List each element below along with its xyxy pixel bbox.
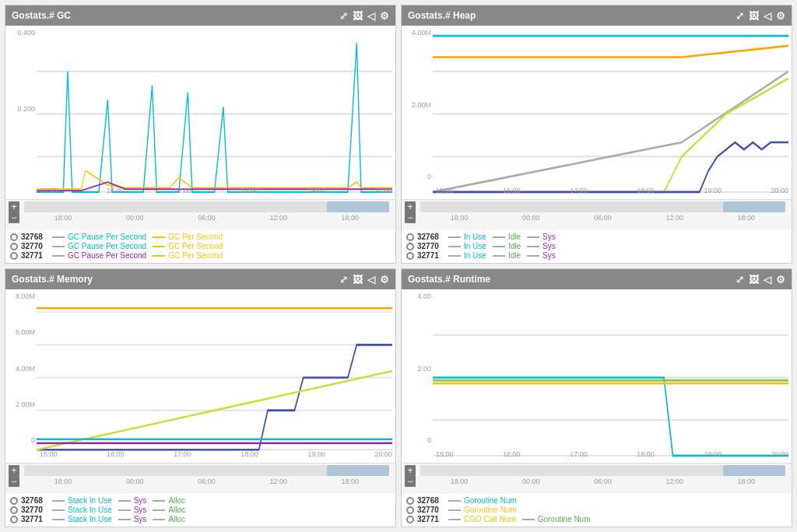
- gc-legend-row-2: 32771 GC Pause Per Second GC Per Second: [10, 251, 391, 260]
- memory-dash-1a: [52, 509, 65, 511]
- memory-dash-0a: [52, 500, 65, 502]
- gc-zoom-in[interactable]: +: [9, 201, 19, 212]
- runtime-timeline: + − 18:0000:0006:0012:0018:00: [402, 463, 792, 492]
- memory-y-4: 2.00M: [7, 401, 35, 408]
- heap-dash-1b: [493, 246, 505, 247]
- runtime-x-labels: 15:0016:0017:0018:0019:0020:00: [433, 450, 792, 463]
- runtime-settings-icon[interactable]: ⚙: [776, 274, 785, 285]
- heap-dash-2b: [493, 255, 505, 257]
- runtime-chart-svg: [433, 292, 788, 463]
- runtime-dash-2b: [522, 519, 535, 520]
- gc-expand-icon[interactable]: ⤢: [339, 10, 348, 22]
- gc-timeline-handle[interactable]: [327, 201, 389, 212]
- heap-dash-0c: [527, 236, 539, 238]
- runtime-camera-icon[interactable]: 🖼: [749, 274, 759, 285]
- memory-y-5: 0: [7, 436, 35, 444]
- gc-chart-area: 0.400 0.200 15:0016:0017:0018:0019:0020:…: [5, 26, 395, 199]
- heap-dash-0b: [493, 236, 505, 238]
- runtime-expand-icon[interactable]: ⤢: [736, 274, 744, 285]
- gc-y-labels: 0.400 0.200: [5, 26, 37, 184]
- gc-settings-icon[interactable]: ⚙: [380, 10, 389, 22]
- memory-x-labels: 15:0016:0017:0018:0019:0020:00: [37, 450, 395, 463]
- heap-panel-title: Gostats.# Heap: [408, 10, 736, 21]
- memory-zoom-in[interactable]: +: [9, 465, 19, 476]
- memory-settings-icon[interactable]: ⚙: [380, 274, 389, 285]
- heap-legend-row-2: 32771 In Use Idle Sys: [406, 251, 787, 260]
- runtime-legend: 32768 Goroutine Num 32770 Goroutine Num …: [402, 492, 792, 527]
- heap-legend-row-1: 32770 In Use Idle Sys: [406, 242, 787, 250]
- heap-settings-icon[interactable]: ⚙: [776, 10, 785, 22]
- gc-panel-header: Gostats.# GC ⤢ 🖼 ◁ ⚙: [5, 5, 395, 26]
- gc-dash-1b: [153, 246, 165, 247]
- memory-dash-2a: [52, 519, 65, 520]
- memory-legend-circle-0: [10, 497, 18, 505]
- gc-panel-actions: ⤢ 🖼 ◁ ⚙: [339, 10, 389, 22]
- memory-y-3: 4.00M: [7, 365, 35, 373]
- gc-dash-1a: [52, 246, 65, 247]
- gc-dash-2b: [153, 255, 165, 257]
- gc-zoom-out[interactable]: −: [9, 212, 19, 223]
- heap-timeline-controls2: − 18:0000:0006:0012:0018:00: [402, 212, 792, 223]
- heap-y-bot: 0: [403, 173, 431, 180]
- memory-share-icon[interactable]: ◁: [367, 274, 375, 285]
- gc-timeline-controls2: − 18:0000:0006:0012:0018:00: [5, 212, 395, 223]
- runtime-legend-row-2: 32771 CGO Call Num Goroutine Num: [406, 515, 787, 523]
- gc-legend-row-1: 32770 GC Pause Per Second GC Per Second: [10, 242, 391, 250]
- gc-timeline-track[interactable]: [24, 201, 389, 212]
- runtime-panel-actions: ⤢ 🖼 ◁ ⚙: [736, 274, 785, 285]
- memory-panel-title: Gostats.# Memory: [12, 274, 339, 285]
- gc-legend: 32768 GC Pause Per Second GC Per Second …: [5, 229, 395, 263]
- runtime-timeline-track[interactable]: [420, 465, 785, 476]
- heap-x-labels: 15:0016:0017:0018:0019:0020:00: [433, 187, 792, 199]
- gc-timeline-xlabels: 18:0000:0006:0012:0018:00: [21, 214, 392, 222]
- gc-panel: Gostats.# GC ⤢ 🖼 ◁ ⚙ 0.400 0.200: [5, 5, 396, 264]
- heap-zoom-out[interactable]: −: [405, 212, 416, 223]
- gc-timeline-controls: +: [5, 201, 395, 212]
- runtime-share-icon[interactable]: ◁: [764, 274, 771, 285]
- memory-panel-actions: ⤢ 🖼 ◁ ⚙: [339, 274, 389, 285]
- heap-timeline-xlabels: 18:0000:0006:0012:0018:00: [417, 214, 788, 222]
- memory-camera-icon[interactable]: 🖼: [353, 274, 363, 285]
- heap-chart-area: 4.00M 2.00M 0 15:0016:: [402, 26, 792, 199]
- gc-dash-0a: [52, 236, 65, 238]
- heap-legend-circle-2: [406, 252, 414, 260]
- memory-dash-0b: [118, 500, 131, 502]
- memory-y-labels: 8.00M 6.00M 4.00M 2.00M 0: [5, 289, 37, 447]
- runtime-zoom-in[interactable]: +: [405, 465, 416, 476]
- runtime-dash-2a: [448, 519, 461, 520]
- gc-camera-icon[interactable]: 🖼: [353, 10, 363, 22]
- memory-zoom-out[interactable]: −: [9, 476, 19, 487]
- heap-legend-circle-0: [406, 233, 414, 241]
- gc-legend-circle-2: [10, 252, 18, 260]
- heap-legend: 32768 In Use Idle Sys 32770 In Use Idle …: [402, 229, 792, 263]
- gc-legend-row-0: 32768 GC Pause Per Second GC Per Second: [10, 233, 391, 241]
- heap-timeline-track[interactable]: [420, 201, 785, 212]
- heap-panel-actions: ⤢ 🖼 ◁ ⚙: [736, 10, 785, 22]
- gc-y-top: 0.400: [7, 29, 35, 37]
- gc-share-icon[interactable]: ◁: [367, 10, 375, 22]
- heap-dash-2a: [448, 255, 461, 257]
- heap-legend-circle-1: [406, 243, 414, 250]
- memory-dash-1b: [118, 509, 131, 511]
- memory-timeline-track[interactable]: [24, 465, 389, 476]
- runtime-timeline-handle[interactable]: [723, 465, 785, 476]
- memory-dash-0c: [153, 500, 165, 502]
- runtime-y-bot: 0: [403, 436, 431, 444]
- memory-expand-icon[interactable]: ⤢: [339, 274, 348, 285]
- runtime-y-top: 4.00: [403, 292, 431, 300]
- heap-timeline-handle[interactable]: [723, 201, 785, 212]
- heap-expand-icon[interactable]: ⤢: [736, 10, 744, 22]
- heap-zoom-in[interactable]: +: [405, 201, 416, 212]
- dashboard: Gostats.# GC ⤢ 🖼 ◁ ⚙ 0.400 0.200: [0, 0, 797, 532]
- memory-timeline-handle[interactable]: [327, 465, 389, 476]
- heap-timeline-controls: +: [402, 201, 792, 212]
- memory-dash-2c: [153, 519, 165, 520]
- memory-timeline-controls: +: [5, 465, 395, 476]
- heap-chart-svg: [433, 29, 788, 199]
- heap-share-icon[interactable]: ◁: [764, 10, 771, 22]
- runtime-zoom-out[interactable]: −: [405, 476, 416, 487]
- memory-legend-circle-2: [10, 516, 18, 523]
- memory-chart-area: 8.00M 6.00M 4.00M 2.00M 0: [5, 289, 395, 463]
- heap-legend-row-0: 32768 In Use Idle Sys: [406, 233, 787, 241]
- heap-camera-icon[interactable]: 🖼: [749, 10, 759, 22]
